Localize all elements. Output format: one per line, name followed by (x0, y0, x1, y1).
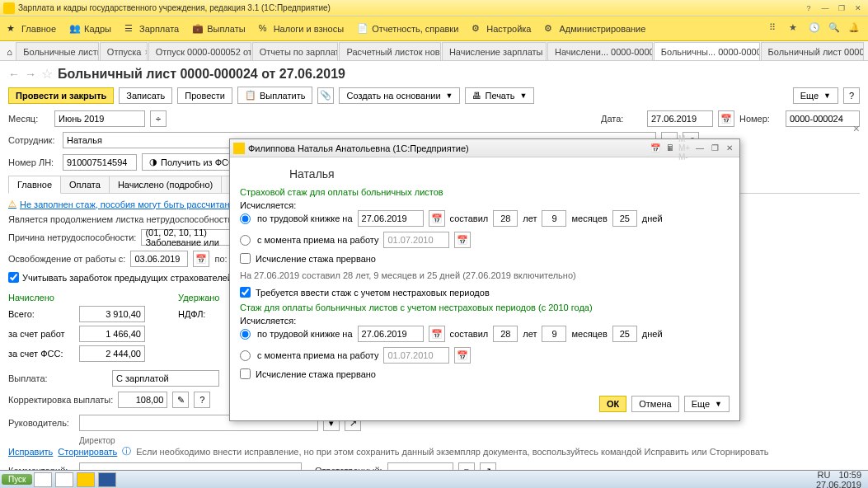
taskbar-item[interactable] (55, 472, 73, 487)
page-close-icon[interactable]: × (853, 122, 860, 135)
ok-button[interactable]: ОК (599, 396, 626, 412)
by-book-radio2[interactable] (240, 329, 251, 340)
calendar-icon[interactable]: 📅 (429, 326, 445, 342)
calendar-icon[interactable]: 📅 (429, 210, 445, 227)
attach-button[interactable]: 📎 (317, 87, 334, 104)
subtab-accrued[interactable]: Начислено (подробно) (109, 176, 222, 193)
date-input2[interactable] (358, 326, 424, 342)
corr-input[interactable] (118, 392, 167, 408)
since-hire-radio2[interactable] (240, 350, 251, 361)
date-input[interactable] (358, 210, 424, 227)
more-button[interactable]: Еще ▼ (684, 396, 730, 412)
help-icon[interactable]: ? (194, 392, 210, 408)
months-input[interactable] (542, 210, 566, 227)
calc-icon[interactable]: 🖩 (664, 143, 677, 154)
nav-back-icon[interactable]: ← (8, 68, 20, 81)
number-input[interactable] (786, 110, 860, 127)
restore-icon[interactable]: ❐ (835, 2, 848, 14)
reverse-link[interactable]: Сторнировать (58, 447, 117, 457)
interrupted-checkbox[interactable] (240, 253, 251, 264)
tab-close-icon[interactable]: × (144, 47, 147, 57)
tab-item[interactable]: Отчеты по зарплате× (252, 42, 339, 60)
restore-icon[interactable]: ❐ (708, 143, 721, 154)
ln-input[interactable] (63, 154, 137, 171)
close-icon[interactable]: ✕ (852, 2, 865, 14)
bell-icon[interactable]: 🔔 (848, 22, 861, 35)
taskbar-item-word[interactable] (98, 472, 116, 487)
since-hire-radio[interactable] (240, 235, 251, 246)
menu-settings[interactable]: ⚙Настройка (472, 23, 531, 35)
print-button[interactable]: 🖶 Печать ▼ (465, 87, 534, 104)
apps-icon[interactable]: ⠿ (769, 22, 782, 35)
years-input2[interactable] (493, 326, 518, 342)
calendar-icon[interactable]: 📅 (454, 347, 471, 364)
tab-item[interactable]: Начислени... 0000-000064× (547, 42, 653, 60)
total-input[interactable] (79, 306, 145, 322)
by-book-radio[interactable] (240, 214, 251, 224)
calendar-icon[interactable]: 📅 (649, 143, 662, 154)
menu-salary[interactable]: ☰Зарплата (124, 23, 179, 35)
fss-input[interactable] (79, 345, 145, 362)
subtab-payment[interactable]: Оплата (60, 176, 110, 193)
fss-button[interactable]: ◑ Получить из ФСС (142, 153, 242, 171)
taskbar-item[interactable] (34, 472, 52, 487)
pay-button[interactable]: 📋 Выплатить (237, 87, 312, 104)
lang-indicator[interactable]: RU (818, 470, 831, 480)
require-entry-checkbox[interactable] (240, 287, 251, 298)
tab-item[interactable]: Отпуск 0000-000052 от ...× (148, 42, 251, 60)
hire-date-input[interactable] (383, 232, 449, 248)
comment-input[interactable] (79, 462, 302, 470)
years-input[interactable] (493, 210, 518, 227)
home-icon[interactable]: ⌂ (3, 44, 16, 60)
open-icon[interactable]: ↗ (480, 462, 496, 470)
months-input2[interactable] (542, 326, 566, 342)
close-icon[interactable]: ✕ (723, 143, 736, 154)
post-button[interactable]: Провести (177, 87, 232, 104)
dropdown-icon[interactable]: ▾ (458, 462, 475, 470)
save-button[interactable]: Записать (119, 87, 172, 104)
start-button[interactable]: Пуск (2, 474, 32, 485)
month-select[interactable]: Июнь 2019 (54, 110, 145, 127)
menu-staff[interactable]: 👥Кадры (69, 23, 111, 35)
create-based-button[interactable]: Создать на основании ▼ (339, 87, 460, 104)
responsible-input[interactable] (387, 462, 453, 470)
calendar-icon[interactable]: 📅 (454, 232, 471, 248)
menu-admin[interactable]: ⚙Администрирование (544, 23, 645, 35)
nav-fwd-icon[interactable]: → (25, 68, 36, 81)
correct-link[interactable]: Исправить (8, 447, 53, 457)
menu-reports[interactable]: 📄Отчетность, справки (357, 23, 458, 35)
favorite-star-icon[interactable]: ☆ (41, 66, 53, 82)
minimize-icon[interactable]: — (693, 143, 706, 154)
minimize-icon[interactable]: — (819, 2, 832, 14)
favorite-icon[interactable]: ★ (789, 22, 802, 35)
search-icon[interactable]: 🔍 (828, 22, 842, 35)
hire-date-input2[interactable] (383, 347, 449, 364)
tab-item[interactable]: Начисление зарплаты и...× (442, 42, 547, 60)
month-spinner[interactable]: ÷ (150, 110, 167, 127)
exempt-from-input[interactable] (130, 251, 188, 267)
days-input2[interactable] (612, 326, 637, 342)
interrupted-checkbox2[interactable] (240, 368, 251, 379)
prev-earn-checkbox[interactable] (8, 272, 19, 283)
subtab-main[interactable]: Главное (8, 176, 61, 194)
payment-select[interactable]: С зарплатой (112, 370, 219, 387)
days-input[interactable] (612, 210, 637, 227)
menu-payments[interactable]: 💼Выплаты (192, 23, 245, 35)
help-button[interactable]: ? (843, 87, 860, 104)
history-icon[interactable]: 🕓 (809, 22, 822, 35)
taskbar-item-1c[interactable] (77, 472, 95, 487)
cancel-button[interactable]: Отмена (631, 396, 678, 412)
employer-input[interactable] (79, 326, 145, 342)
date-input[interactable] (647, 110, 713, 127)
tab-item-active[interactable]: Больничны... 0000-000024× (654, 42, 760, 60)
post-close-button[interactable]: Провести и закрыть (8, 87, 114, 104)
edit-icon[interactable]: ✎ (172, 392, 189, 408)
calendar-icon[interactable]: 📅 (193, 251, 209, 267)
help-icon[interactable]: ? (802, 2, 815, 14)
tab-item[interactable]: Расчетный листок новый× (339, 42, 440, 60)
more-button[interactable]: Еще ▼ (793, 87, 838, 104)
menu-main[interactable]: ★Главное (7, 23, 56, 35)
calendar-icon[interactable]: 📅 (718, 110, 734, 127)
menu-taxes[interactable]: %Налоги и взносы (259, 23, 345, 35)
dialog-titlebar[interactable]: Филиппова Наталья Анатольевна (1С:Предпр… (230, 139, 739, 157)
